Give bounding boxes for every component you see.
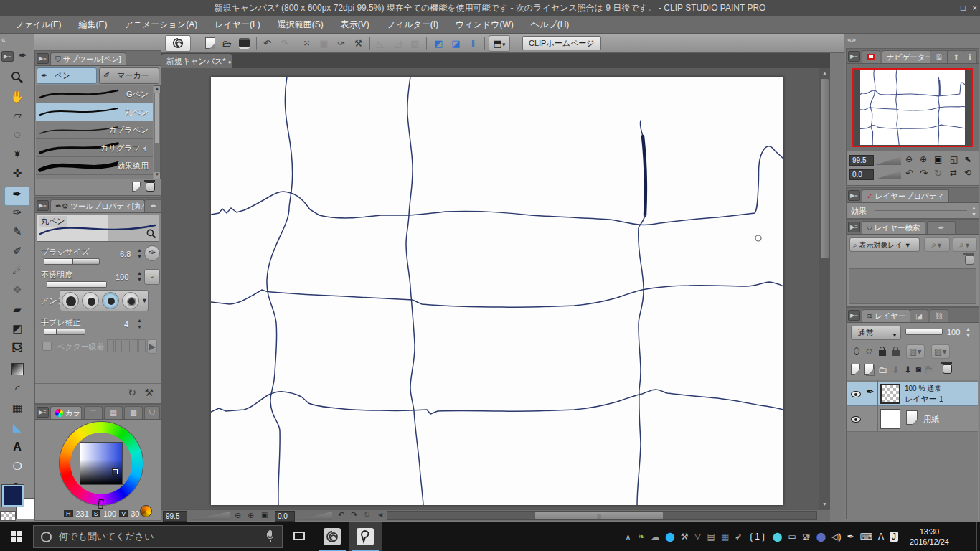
tray-oval-icon[interactable]: ⬤ bbox=[773, 532, 782, 542]
clip-studio-logo-button[interactable] bbox=[165, 35, 191, 52]
new-subtool-icon[interactable] bbox=[132, 182, 141, 192]
merge-down-icon[interactable]: ⬇ bbox=[904, 364, 912, 375]
clock[interactable]: 13:30 2016/12/24 bbox=[910, 527, 949, 547]
layer-row-2[interactable]: 用紙 bbox=[847, 406, 978, 432]
nav-fit-width-icon[interactable]: ⬉ bbox=[964, 154, 971, 164]
operation-tool[interactable]: ◣ bbox=[4, 421, 30, 441]
subtool-panel-menu-icon[interactable]: ▶≡ bbox=[37, 53, 49, 64]
layer-opacity-slider[interactable] bbox=[905, 329, 943, 335]
brush-size-dynamics-icon[interactable]: ✑ bbox=[144, 245, 160, 261]
layer-mask-icon[interactable]: ◙ bbox=[916, 364, 921, 375]
tray-update-icon[interactable]: ⬤ bbox=[665, 532, 674, 542]
tray-network-icon[interactable]: 🖳 bbox=[802, 532, 811, 542]
subtool-scrollbar[interactable]: ▲ ▼ bbox=[154, 85, 161, 179]
clear-selection-icon[interactable]: ✑ bbox=[333, 35, 349, 52]
timeline-tab[interactable]: ⛓ bbox=[930, 309, 948, 322]
snap-grid-icon[interactable]: ‖ bbox=[465, 35, 481, 52]
subtool-group-tab-marker[interactable]: ✐マーカー bbox=[99, 67, 159, 84]
antialias-medium[interactable] bbox=[102, 292, 119, 309]
subtool-group-tab-pen[interactable]: ✒ペン bbox=[37, 67, 97, 84]
color-set-tab[interactable]: ▦ bbox=[104, 406, 123, 419]
canvas-vscrollbar[interactable]: ▲ ▼ bbox=[819, 68, 830, 509]
color-history-tab[interactable]: ⛉ bbox=[144, 406, 160, 419]
hand-tool[interactable]: ✋ bbox=[4, 90, 30, 109]
stabilize-slider[interactable] bbox=[44, 329, 85, 335]
tray-volume-icon[interactable]: ◁) bbox=[831, 532, 841, 542]
stabilize-stepper[interactable]: ▲▼ bbox=[136, 317, 143, 330]
text-tool[interactable]: A bbox=[4, 441, 30, 460]
nav-zoomin-icon[interactable]: ⊕ bbox=[920, 154, 927, 164]
delete-subtool-icon[interactable] bbox=[146, 182, 155, 192]
brush-size-value[interactable]: 6.8 bbox=[120, 250, 131, 258]
undo-icon[interactable]: ↶ bbox=[259, 35, 275, 52]
redo-icon[interactable]: ↷ bbox=[276, 35, 293, 52]
start-button[interactable] bbox=[0, 522, 33, 551]
airbrush-tool[interactable]: ☄ bbox=[4, 264, 30, 283]
open-file-icon[interactable]: 🗁 bbox=[219, 35, 235, 52]
maximize-button[interactable]: □ bbox=[961, 0, 966, 16]
scene-card-tab[interactable]: 🖻 bbox=[930, 50, 948, 63]
vscroll-thumb[interactable] bbox=[821, 79, 829, 258]
mask-area-icon[interactable]: ⬯ bbox=[854, 346, 859, 357]
nav-rotate-reset-icon[interactable]: ↻ bbox=[934, 168, 942, 179]
subtool-item-effectline[interactable]: 効果線用 bbox=[36, 157, 153, 175]
menu-layer[interactable]: レイヤー(L) bbox=[207, 19, 268, 31]
figure-tool[interactable]: ◜ bbox=[4, 382, 30, 402]
tray-assist-icon[interactable]: ⬤ bbox=[816, 532, 826, 542]
navigator-zoom-value[interactable]: 99.5 bbox=[849, 155, 874, 166]
rotate-left-icon[interactable]: ◺ bbox=[372, 35, 389, 52]
status-zoomout-icon[interactable]: ⊖ bbox=[235, 511, 241, 520]
layer-tab[interactable]: ≋ レイヤー bbox=[862, 309, 910, 322]
ime-mode-a[interactable]: A bbox=[878, 532, 884, 542]
subtool-item-kabura[interactable]: カブラペン bbox=[36, 121, 153, 139]
layer-search-alt-tab[interactable]: ✒ bbox=[927, 221, 956, 234]
tray-settings-icon[interactable]: ⚒ bbox=[681, 532, 689, 542]
layer-opacity-stepper[interactable]: ▲▼ bbox=[964, 326, 972, 339]
subtool-item-gpen[interactable]: Gペン bbox=[36, 85, 153, 103]
ruler-range-button[interactable]: ▨▾ bbox=[931, 344, 950, 359]
paper-name[interactable]: 用紙 bbox=[923, 414, 939, 425]
paper-visibility-eye-icon[interactable] bbox=[851, 415, 861, 424]
set-as-draft-button[interactable]: ▨▾ bbox=[906, 344, 925, 359]
nav-reset-view-icon[interactable]: ⟲ bbox=[964, 168, 971, 178]
scroll-up-icon[interactable]: ▲ bbox=[154, 86, 160, 93]
tray-cloud-icon[interactable]: ☁ bbox=[651, 532, 659, 542]
nav-flip-h-icon[interactable]: ⇄ bbox=[950, 168, 957, 178]
preview-magnifier-icon[interactable] bbox=[146, 228, 157, 240]
color-panel-menu-icon[interactable]: ▶≡ bbox=[37, 407, 49, 418]
layer1-thumbnail[interactable] bbox=[880, 384, 900, 404]
tray-graphics-icon[interactable]: ▦ bbox=[721, 532, 729, 542]
subtool-tab[interactable]: ⛉ サブツール[ペン] bbox=[50, 52, 126, 65]
collapse-right-dock-icon[interactable]: «» bbox=[847, 35, 856, 44]
snap-special-ruler-icon[interactable]: ◪ bbox=[448, 35, 464, 52]
transparent-color-swatch[interactable] bbox=[0, 511, 16, 521]
navigator-zoom-slider[interactable] bbox=[875, 156, 901, 165]
info-tab[interactable]: ℹ bbox=[963, 50, 977, 63]
status-rotate-cw-icon[interactable]: ↷ bbox=[351, 510, 357, 519]
new-file-icon[interactable] bbox=[202, 35, 218, 52]
stabilize-value[interactable]: 4 bbox=[124, 320, 128, 329]
scroll-down-icon[interactable]: ▼ bbox=[154, 172, 160, 179]
sv-cursor[interactable] bbox=[113, 469, 118, 474]
brush-tool[interactable]: ✐ bbox=[4, 245, 30, 264]
tray-battery-icon[interactable]: ▭ bbox=[788, 532, 796, 542]
close-button[interactable]: × bbox=[973, 0, 977, 16]
layer-search-tab[interactable]: ⛉ レイヤー検索 bbox=[862, 221, 925, 234]
intermediate-color-tab[interactable]: ▩ bbox=[124, 406, 143, 419]
menu-selection[interactable]: 選択範囲(S) bbox=[270, 19, 331, 31]
transfer-down-icon[interactable]: ⬇ bbox=[892, 364, 900, 375]
eraser-tool[interactable]: ▰ bbox=[4, 303, 30, 322]
nav-zoomout-icon[interactable]: ⊖ bbox=[905, 154, 913, 164]
color-slider-tab[interactable]: ☰ bbox=[84, 406, 103, 419]
snap-ruler-icon[interactable]: ◩ bbox=[430, 35, 447, 52]
lock-alpha-icon[interactable] bbox=[892, 346, 900, 357]
scroll-thumb[interactable] bbox=[155, 93, 159, 143]
vector-snap-expand-icon[interactable]: ▶ bbox=[147, 339, 157, 354]
main-color-swatch[interactable] bbox=[2, 485, 24, 507]
taskbar-clip-studio-button[interactable] bbox=[316, 522, 349, 551]
workspace-button[interactable]: ⬒▾ bbox=[489, 35, 510, 52]
ime-mode-j[interactable]: J bbox=[890, 532, 898, 542]
antialias-none[interactable] bbox=[62, 292, 79, 309]
subtool-item-marupen[interactable]: 丸ペン bbox=[36, 103, 153, 121]
vscroll-up-icon[interactable]: ▲ bbox=[819, 68, 830, 78]
